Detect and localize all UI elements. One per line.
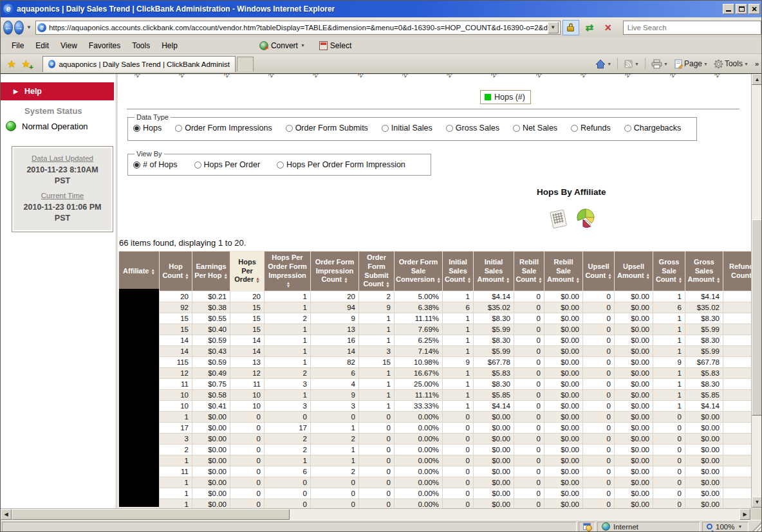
sort-arrows-icon[interactable]: ▲▼ — [506, 277, 510, 283]
data-last-updated-link[interactable]: Data Last Updated — [15, 154, 110, 162]
url-text[interactable]: https://aquaponics.accounts.clickbank.co… — [49, 24, 548, 32]
zoom-pane[interactable]: 100% ▼ — [702, 522, 748, 532]
pie-chart-view-icon[interactable] — [575, 208, 599, 230]
sort-arrows-icon[interactable]: ▲▼ — [386, 281, 389, 288]
forward-button[interactable]: → — [14, 21, 24, 35]
select-button[interactable]: Select — [319, 41, 351, 50]
radio-input[interactable] — [513, 125, 520, 132]
scroll-down-button[interactable]: ▼ — [752, 497, 762, 508]
address-dropdown[interactable]: ▼ — [548, 22, 559, 33]
column-header-hops-per-order[interactable]: Hops Per Order▲▼ — [230, 252, 265, 291]
column-header-order-form-submit-count[interactable]: Order Form Submit Count▲▼ — [359, 252, 395, 291]
tools-button[interactable]: Tools ▼ — [712, 58, 750, 70]
convert-dropdown-icon[interactable]: ▼ — [301, 43, 305, 48]
page-button[interactable]: Page ▼ — [672, 58, 710, 70]
stop-button[interactable]: × — [600, 20, 617, 35]
column-header-initial-sales-count[interactable]: Initial Sales Count▲▼ — [443, 252, 474, 291]
add-favorite-icon[interactable]: ★ — [21, 58, 30, 70]
menu-view[interactable]: View — [55, 39, 83, 52]
browser-tab[interactable]: e aquaponics | Daily Sales Trend | Click… — [42, 56, 236, 72]
column-header-rebill-sale-count[interactable]: Rebill Sale Count▲▼ — [514, 252, 544, 291]
radio-input[interactable] — [175, 125, 182, 132]
sort-arrows-icon[interactable]: ▲▼ — [286, 281, 290, 288]
radio-input[interactable] — [277, 161, 284, 169]
column-header-initial-sales-amount[interactable]: Initial Sales Amount▲▼ — [474, 252, 514, 291]
menu-help[interactable]: Help — [156, 39, 183, 52]
sort-arrows-icon[interactable]: ▲▼ — [344, 277, 348, 283]
favorites-center-icon[interactable]: ★ — [7, 58, 16, 70]
scroll-right-button[interactable]: ▶ — [739, 509, 750, 520]
vertical-scroll-thumb[interactable] — [752, 219, 762, 416]
radio-option-refunds[interactable]: Refunds — [571, 124, 611, 133]
sort-arrows-icon[interactable]: ▲▼ — [576, 277, 580, 283]
radio-input[interactable] — [571, 125, 578, 132]
security-lock-button[interactable] — [562, 20, 579, 35]
sort-arrows-icon[interactable]: ▲▼ — [437, 277, 441, 283]
sort-arrows-icon[interactable]: ▲▼ — [608, 273, 611, 279]
horizontal-scroll-thumb[interactable] — [12, 509, 290, 520]
sort-arrows-icon[interactable]: ▲▼ — [716, 277, 720, 283]
minimize-button[interactable] — [723, 4, 734, 14]
radio-option-order-form-impressions[interactable]: Order Form Impressions — [175, 124, 272, 133]
radio-option-net-sales[interactable]: Net Sales — [513, 124, 557, 133]
sort-arrows-icon[interactable]: ▲▼ — [185, 273, 189, 279]
column-header-rebill-sale-amount[interactable]: Rebill Sale Amount▲▼ — [544, 252, 583, 291]
radio-option-initial-sales[interactable]: Initial Sales — [382, 124, 432, 133]
column-header-upsell-amount[interactable]: Upsell Amount▲▼ — [615, 252, 653, 291]
refresh-button[interactable]: ⇄ — [581, 20, 598, 35]
radio-input[interactable] — [133, 125, 140, 132]
sort-arrows-icon[interactable]: ▲▼ — [646, 273, 650, 279]
menu-edit[interactable]: Edit — [30, 39, 55, 52]
radio-input[interactable] — [133, 161, 140, 169]
column-header-gross-sale-count[interactable]: Gross Sale Count▲▼ — [653, 252, 685, 291]
column-header-earnings-per-hop[interactable]: Earnings Per Hop▲▼ — [192, 252, 230, 291]
print-button[interactable]: ▼ — [649, 58, 670, 70]
scroll-up-button[interactable]: ▲ — [752, 74, 762, 85]
column-header-hops-per-order-form-impression[interactable]: Hops Per Order Form Impression▲▼ — [265, 252, 311, 291]
sort-arrows-icon[interactable]: ▲▼ — [151, 268, 154, 275]
close-button[interactable]: ✕ — [748, 4, 760, 14]
resize-grip[interactable] — [750, 521, 761, 532]
menu-favorites[interactable]: Favorites — [83, 39, 126, 52]
maximize-button[interactable] — [736, 4, 747, 14]
radio-input[interactable] — [382, 125, 389, 132]
radio-option--of-hops[interactable]: # of Hops — [133, 160, 178, 169]
sort-arrows-icon[interactable]: ▲▼ — [467, 277, 471, 283]
toolbar-overflow-icon[interactable]: » — [755, 60, 759, 68]
vertical-scrollbar[interactable]: ▲ ▼ — [751, 74, 762, 508]
feeds-button[interactable]: ▼ — [622, 58, 641, 70]
column-header-affiliate[interactable]: Affiliate▲▼ — [119, 252, 160, 291]
radio-input[interactable] — [194, 161, 201, 169]
history-dropdown[interactable]: ▼ — [26, 24, 32, 30]
feeds-dropdown-icon[interactable]: ▼ — [635, 62, 639, 66]
menu-tools[interactable]: Tools — [126, 39, 156, 52]
address-bar[interactable]: e https://aquaponics.accounts.clickbank.… — [35, 21, 561, 35]
radio-input[interactable] — [446, 125, 453, 132]
sidebar-item-help[interactable]: ▶ Help — [1, 82, 114, 100]
menu-file[interactable]: File — [6, 39, 30, 52]
radio-option-hops[interactable]: Hops — [133, 124, 162, 133]
column-header-gross-sales-amount[interactable]: Gross Sales Amount▲▼ — [685, 252, 723, 291]
search-input[interactable] — [627, 24, 757, 32]
new-tab-stub[interactable] — [237, 57, 254, 71]
page-dropdown-icon[interactable]: ▼ — [703, 62, 708, 66]
print-dropdown-icon[interactable]: ▼ — [664, 62, 668, 66]
home-dropdown-icon[interactable]: ▼ — [607, 62, 611, 66]
sort-arrows-icon[interactable]: ▲▼ — [256, 277, 259, 283]
home-button[interactable]: ▼ — [593, 58, 613, 70]
column-header-order-form-sale-conversion[interactable]: Order Form Sale Conversion▲▼ — [395, 252, 443, 291]
sort-arrows-icon[interactable]: ▲▼ — [223, 273, 227, 279]
scroll-left-button[interactable]: ◀ — [1, 509, 12, 520]
radio-option-order-form-submits[interactable]: Order Form Submits — [286, 124, 368, 133]
radio-option-gross-sales[interactable]: Gross Sales — [446, 124, 499, 133]
convert-button[interactable]: Convert ▼ — [259, 41, 305, 50]
back-button[interactable]: ← — [3, 21, 13, 35]
sort-arrows-icon[interactable]: ▲▼ — [538, 277, 542, 283]
radio-input[interactable] — [624, 125, 631, 132]
column-header-hop-count[interactable]: Hop Count▲▼ — [160, 252, 192, 291]
live-search-box[interactable] — [623, 21, 761, 35]
radio-option-hops-per-order[interactable]: Hops Per Order — [194, 160, 261, 169]
radio-option-chargebacks[interactable]: Chargebacks — [624, 124, 682, 133]
horizontal-scrollbar[interactable]: ◀ ▶ — [1, 508, 751, 520]
column-header-order-form-impression-count[interactable]: Order Form Impression Count▲▼ — [311, 252, 359, 291]
